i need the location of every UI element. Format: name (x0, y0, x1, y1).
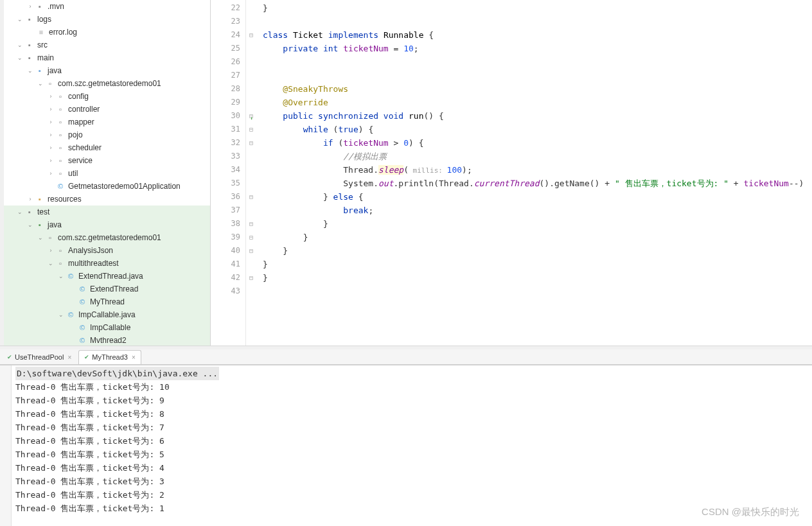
tree-label: scheduler (68, 143, 102, 152)
watermark: CSDN @最快乐的时光 (702, 506, 799, 518)
code-area[interactable]: } class Ticket implements Runnable { pri… (256, 0, 812, 346)
fold-end-icon[interactable]: ⊟ (246, 244, 256, 258)
fold-end-icon[interactable]: ⊟ (246, 217, 256, 231)
tree-java[interactable]: ⌄▪java (4, 64, 210, 77)
run-panel: ✔UseThreadPool× ✔MyThread3× D:\software\… (0, 349, 812, 526)
chevron-down-icon: ⌄ (37, 80, 44, 87)
fold-icon[interactable]: ⊟ (246, 136, 256, 150)
run-toolbar[interactable] (0, 365, 12, 526)
package-icon: ▫ (55, 144, 66, 152)
fold-end-icon[interactable]: ⊟ (246, 271, 256, 285)
line-number: 38 (211, 217, 245, 231)
tree-resources[interactable]: ›▪resources (4, 193, 210, 206)
console-line: Thread-0 售出车票，ticket号为: 5 (15, 448, 219, 461)
run-tab-label: UseThreadPool (15, 353, 64, 361)
tree-pkg2[interactable]: ⌄▫com.szc.getmetastoredemo01 (4, 231, 210, 244)
tree-label: Mvthread2 (90, 336, 127, 345)
tree-label: AnalysisJson (68, 246, 113, 255)
tree-app[interactable]: ©Getmetastoredemo01Application (4, 180, 210, 193)
tree-label: ImpCallable.java (78, 310, 136, 319)
tree-label: main (37, 53, 54, 62)
tree-util[interactable]: ›▫util (4, 167, 210, 180)
fold-icon[interactable]: ⊟ (246, 190, 256, 204)
fold-gutter: ⊟ ⊟ ⊟ ⊟ ⊟ ⊟ ⊟ ⊟ ⊟ (246, 0, 256, 346)
folder-icon: ▪ (24, 208, 35, 216)
tree-extfile[interactable]: ⌄©ExtendThread.java (4, 270, 210, 283)
close-icon[interactable]: × (132, 354, 136, 361)
tree-extcls[interactable]: ©ExtendThread (4, 283, 210, 295)
pane-resize-handle[interactable] (207, 0, 209, 346)
chevron-down-icon: ⌄ (27, 222, 33, 228)
tree-impcls[interactable]: ©ImpCallable (4, 321, 210, 334)
tree-test[interactable]: ⌄▪test (4, 206, 210, 218)
fold-icon[interactable]: ⊟ (246, 28, 256, 42)
tree-scheduler[interactable]: ›▫scheduler (4, 141, 210, 154)
chevron-right-icon: › (48, 170, 54, 177)
console-line: Thread-0 售出车票，ticket号为: 7 (15, 421, 219, 434)
tree-errorlog[interactable]: ≡error.log (4, 26, 210, 39)
tree-label: mapper (68, 118, 94, 127)
tree-impfile[interactable]: ⌄©ImpCallable.java (4, 308, 210, 321)
tree-service[interactable]: ›▫service (4, 154, 210, 167)
tree-mythread2[interactable]: ©Mvthread2 (4, 334, 210, 346)
line-number: 22 (211, 1, 245, 15)
tree-label: com.szc.getmetastoredemo01 (58, 79, 161, 88)
line-number: 41 (211, 258, 245, 271)
folder-icon: ▪ (24, 41, 35, 49)
console-line: Thread-0 售出车票，ticket号为: 8 (15, 407, 219, 421)
tree-java2[interactable]: ⌄▪java (4, 218, 210, 231)
tree-label: error.log (49, 28, 77, 37)
tree-label: java (48, 66, 62, 75)
package-icon: ▫ (55, 247, 66, 255)
class-icon: © (77, 324, 87, 332)
line-number: 29 (211, 96, 245, 109)
line-number: 30⬆ (211, 109, 245, 123)
tree-label: test (37, 207, 49, 216)
tree-mythread[interactable]: ©MyThread (4, 295, 210, 308)
tree-config[interactable]: ›▫config (4, 90, 210, 103)
chevron-down-icon: ⌄ (17, 16, 23, 22)
tree-label: .mvn (48, 2, 64, 11)
run-tab-mythread3[interactable]: ✔MyThread3× (78, 350, 141, 364)
tree-label: controller (68, 105, 100, 114)
tree-label: MyThread (90, 297, 125, 306)
package-icon: ▫ (55, 92, 66, 101)
ok-icon: ✔ (84, 354, 89, 360)
close-icon[interactable]: × (67, 354, 71, 361)
file-icon: ≡ (36, 28, 46, 37)
tree-pkg1[interactable]: ⌄▫com.szc.getmetastoredemo01 (4, 77, 210, 90)
folder-icon: ▪ (24, 15, 35, 24)
tree-label: multithreadtest (68, 259, 119, 268)
tree-label: com.szc.getmetastoredemo01 (58, 233, 161, 242)
tree-mvn[interactable]: ›▪.mvn (4, 0, 210, 13)
console-command: D:\software\devSoft\jdk\bin\java.exe ... (15, 367, 219, 380)
chevron-down-icon: ⌄ (58, 311, 64, 318)
override-marker-icon[interactable]: ⬆ (250, 112, 253, 125)
run-tab-pool[interactable]: ✔UseThreadPool× (1, 350, 77, 364)
tree-label: logs (37, 15, 51, 24)
class-icon: © (77, 285, 87, 294)
tree-pojo[interactable]: ›▫pojo (4, 128, 210, 141)
tree-src[interactable]: ⌄▪src (4, 39, 210, 51)
tree-mapper[interactable]: ›▫mapper (4, 116, 210, 128)
console-line: Thread-0 售出车票，ticket号为: 2 (15, 488, 219, 502)
line-number: 37 (211, 204, 245, 217)
fold-end-icon[interactable]: ⊟ (246, 231, 256, 244)
chevron-down-icon: ⌄ (27, 67, 33, 74)
tree-analysis[interactable]: ›▫AnalysisJson (4, 244, 210, 257)
line-number: 39 (211, 231, 245, 244)
run-tab-label: MyThread3 (92, 353, 128, 361)
tree-controller[interactable]: ›▫controller (4, 103, 210, 116)
package-icon: ▫ (55, 118, 66, 127)
tree-multi[interactable]: ⌄▫multithreadtest (4, 257, 210, 270)
line-gutter: 22 23 24 25 26 27 28 29 30⬆ 31 32 33 34 … (211, 0, 246, 346)
tree-label: service (68, 156, 93, 165)
tree-main[interactable]: ⌄▪main (4, 51, 210, 64)
console-output[interactable]: D:\software\devSoft\jdk\bin\java.exe ...… (12, 365, 223, 526)
code-editor[interactable]: 22 23 24 25 26 27 28 29 30⬆ 31 32 33 34 … (211, 0, 812, 346)
chevron-right-icon: › (27, 196, 33, 202)
project-tree[interactable]: ›▪.mvn ⌄▪logs ≡error.log ⌄▪src ⌄▪main ⌄▪… (4, 0, 211, 346)
tree-logs[interactable]: ⌄▪logs (4, 13, 210, 26)
line-number: 40 (211, 244, 245, 258)
tree-label: util (68, 169, 78, 178)
